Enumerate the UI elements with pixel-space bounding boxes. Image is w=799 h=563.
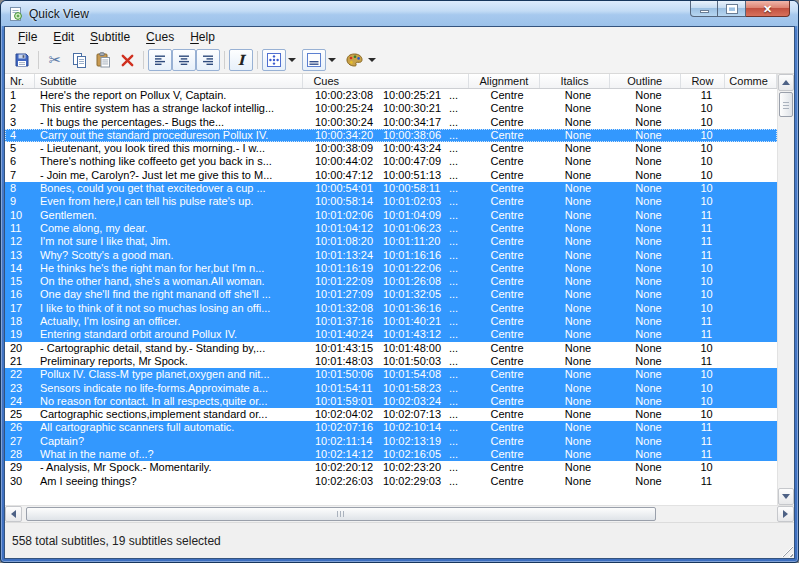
menu-item-help[interactable]: Help [182, 28, 223, 47]
table-row[interactable]: 21Preliminary reports, Mr Spock.10:01:48… [5, 355, 777, 368]
save-button[interactable] [10, 49, 34, 71]
table-row[interactable]: 5- Lieutenant, you look tired this morni… [5, 142, 777, 155]
align-left-button[interactable] [148, 49, 172, 71]
table-row[interactable]: 19Entering standard orbit around Pollux … [5, 328, 777, 341]
maximize-button[interactable] [718, 1, 746, 17]
minimize-button[interactable] [690, 1, 718, 17]
menu-item-file[interactable]: File [10, 28, 45, 47]
column-header-alignment[interactable]: Alignment [469, 74, 541, 88]
table-row[interactable]: 28What in the name of...?10:02:14:1210:0… [5, 448, 777, 461]
cell-cue-more: ... [449, 382, 471, 395]
scroll-down-button[interactable] [778, 488, 794, 505]
table-row[interactable]: 10Gentlemen.10:01:02:0610:01:04:09...Cen… [5, 209, 777, 222]
cell-subtitle: Bones, could you get that excitedover a … [35, 182, 305, 195]
table-row[interactable]: 14He thinks he's the right man for her,b… [5, 262, 777, 275]
copy-button[interactable] [67, 49, 91, 71]
column-header-subtitle[interactable]: Subtitle [35, 74, 304, 88]
position-grid-dropdown-icon[interactable] [288, 58, 296, 62]
menu-item-cues[interactable]: Cues [138, 28, 182, 47]
cell-italics: None [543, 382, 613, 395]
italic-button[interactable]: I [229, 49, 253, 71]
cell-cue-in: 10:01:40:24 [305, 328, 383, 341]
cell-outline: None [613, 395, 684, 408]
table-row[interactable]: 6There's nothing like coffeeto get you b… [5, 155, 777, 168]
table-row[interactable]: 26All cartographic scanners full automat… [5, 421, 777, 434]
table-row[interactable]: 11Come along, my dear.10:01:04:1210:01:0… [5, 222, 777, 235]
cut-button[interactable]: ✂ [43, 49, 67, 71]
vertical-scroll-track[interactable] [778, 91, 794, 488]
menu-item-edit[interactable]: Edit [45, 28, 82, 47]
delete-button[interactable] [115, 49, 139, 71]
cell-cue-more: ... [449, 89, 471, 102]
table-row[interactable]: 9Even from here,I can tell his pulse rat… [5, 195, 777, 208]
cell-outline: None [613, 249, 684, 262]
column-header-cues[interactable]: Cues [303, 74, 468, 88]
cell-row: 11 [684, 475, 729, 488]
close-button[interactable]: ✕ [746, 1, 790, 17]
table-row[interactable]: 22Pollux IV. Class-M type planet,oxygen … [5, 368, 777, 381]
cell-outline: None [613, 102, 684, 115]
cell-alignment: Centre [471, 262, 543, 275]
cell-subtitle: - Cartographic detail, stand by.- Standi… [35, 342, 305, 355]
cell-outline: None [613, 421, 684, 434]
column-header-nr[interactable]: Nr. [5, 74, 35, 88]
column-header-comment[interactable]: Comme [725, 74, 777, 88]
table-row[interactable]: 15On the other hand, she's a woman.All w… [5, 275, 777, 288]
position-grid-button[interactable] [262, 49, 286, 71]
cell-italics: None [543, 368, 613, 381]
table-row[interactable]: 17I like to think of it not so muchas lo… [5, 302, 777, 315]
cell-cue-more: ... [449, 461, 471, 474]
vertical-scrollbar-thumb[interactable] [779, 92, 793, 117]
table-row[interactable]: 30Am I seeing things?10:02:26:0310:02:29… [5, 475, 777, 488]
table-row[interactable]: 8Bones, could you get that excitedover a… [5, 182, 777, 195]
colour-palette-icon [346, 53, 363, 67]
table-row[interactable]: 23Sensors indicate no life-forms.Approxi… [5, 382, 777, 395]
table-row[interactable]: 3- It bugs the percentages.- Bugs the...… [5, 116, 777, 129]
align-right-button[interactable] [196, 49, 220, 71]
table-row[interactable]: 20- Cartographic detail, stand by.- Stan… [5, 342, 777, 355]
cell-nr: 20 [5, 342, 35, 355]
table-row[interactable]: 2This entire system has a strange lackof… [5, 102, 777, 115]
scroll-left-button[interactable] [5, 506, 22, 522]
outline-style-button[interactable] [302, 49, 326, 71]
horizontal-scrollbar[interactable] [5, 505, 794, 522]
menu-item-subtitle[interactable]: Subtitle [82, 28, 138, 47]
column-header-outline[interactable]: Outline [610, 74, 681, 88]
table-row[interactable]: 7- Join me, Carolyn?- Just let me give t… [5, 169, 777, 182]
horizontal-scroll-track[interactable] [22, 506, 777, 522]
horizontal-scrollbar-thumb[interactable] [26, 507, 656, 521]
table-row[interactable]: 25Cartographic sections,implement standa… [5, 408, 777, 421]
cell-cue-in: 10:01:22:09 [305, 275, 383, 288]
colour-palette-button[interactable] [342, 49, 366, 71]
table-row[interactable]: 13Why? Scotty's a good man.10:01:13:2410… [5, 249, 777, 262]
cell-cue-in: 10:01:50:06 [305, 368, 383, 381]
cell-row: 11 [684, 89, 729, 102]
align-centre-button[interactable] [172, 49, 196, 71]
scroll-up-button[interactable] [778, 74, 794, 91]
scroll-right-button[interactable] [777, 506, 794, 522]
column-header-row[interactable]: Row [681, 74, 726, 88]
cell-subtitle: On the other hand, she's a woman.All wom… [35, 275, 305, 288]
outline-style-dropdown-icon[interactable] [328, 58, 336, 62]
colour-palette-dropdown-icon[interactable] [368, 58, 376, 62]
table-row[interactable]: 12I'm not sure I like that, Jim.10:01:08… [5, 235, 777, 248]
column-header-italics[interactable]: Italics [540, 74, 610, 88]
table-row[interactable]: 4Carry out the standard procedureson Pol… [5, 129, 777, 142]
table-row[interactable]: 16One day she'll find the right manand o… [5, 288, 777, 301]
cell-row: 11 [684, 315, 729, 328]
cell-nr: 21 [5, 355, 35, 368]
cell-cue-out: 10:01:36:16 [383, 302, 449, 315]
table-row[interactable]: 27Captain?10:02:11:1410:02:13:19...Centr… [5, 435, 777, 448]
table-row[interactable]: 18Actually, I'm losing an officer.10:01:… [5, 315, 777, 328]
title-bar[interactable]: Quick View ✕ [1, 1, 798, 26]
cell-nr: 18 [5, 315, 35, 328]
table-row[interactable]: 1Here's the report on Pollux V, Captain.… [5, 89, 777, 102]
table-row[interactable]: 24No reason for contact. In all respects… [5, 395, 777, 408]
cell-outline: None [613, 368, 684, 381]
paste-button[interactable] [91, 49, 115, 71]
client-area: FileEditSubtitleCuesHelp ✂ [4, 26, 795, 559]
resize-grip-icon[interactable] [780, 544, 793, 557]
vertical-scrollbar[interactable] [777, 74, 794, 505]
table-row[interactable]: 29- Analysis, Mr Spock.- Momentarily.10:… [5, 461, 777, 474]
cell-comment [729, 421, 777, 434]
